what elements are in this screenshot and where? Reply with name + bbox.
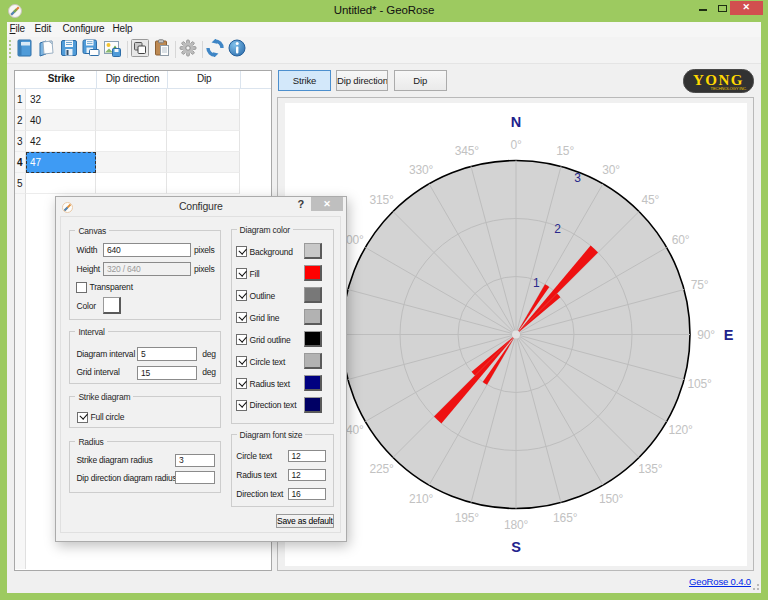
cb-fullcircle[interactable] [77, 412, 88, 423]
svg-text:90°: 90° [697, 328, 715, 342]
svg-text:15°: 15° [556, 144, 574, 158]
svg-text:60°: 60° [672, 233, 690, 247]
menu-configure[interactable]: Configure [63, 23, 105, 34]
svg-text:N: N [511, 114, 521, 130]
tb-export[interactable] [103, 39, 121, 57]
tb-saveas[interactable] [82, 39, 100, 57]
svg-text:135°: 135° [638, 462, 663, 476]
inp-fs-direction[interactable]: 16 [288, 488, 327, 500]
sw-outline[interactable] [304, 287, 322, 303]
tb-info[interactable] [228, 39, 246, 57]
svg-text:180°: 180° [504, 518, 529, 532]
statusbar: GeoRose 0.4.0 [7, 571, 761, 593]
svg-text:330°: 330° [409, 163, 434, 177]
svg-text:2: 2 [554, 222, 561, 236]
tb-settings[interactable] [179, 39, 197, 57]
svg-text:30°: 30° [602, 163, 620, 177]
svg-text:TECHNOLOGY INC.: TECHNOLOGY INC. [710, 86, 747, 91]
sw-background[interactable] [304, 243, 322, 259]
svg-text:0°: 0° [510, 138, 522, 152]
svg-text:E: E [724, 327, 734, 343]
btn-close[interactable]: ✕ [730, 1, 763, 15]
cb-fill[interactable] [236, 268, 247, 279]
cb-direction-text[interactable] [236, 400, 247, 411]
tb-save[interactable] [60, 39, 78, 57]
sw-canvas-color[interactable] [103, 297, 121, 314]
inp-width[interactable]: 640 [103, 243, 191, 257]
grp-radius: Radius [69, 441, 221, 493]
inp-diag-interval[interactable]: 5 [137, 347, 197, 361]
inp-fs-circle[interactable]: 12 [288, 450, 327, 462]
menubar: File Edit Configure Help [7, 22, 761, 37]
tab-dipdir[interactable]: Dip direction [336, 70, 388, 91]
inp-height[interactable]: 320 / 640 [103, 262, 191, 276]
tb-new[interactable] [16, 39, 34, 57]
menu-file[interactable]: File [10, 23, 26, 34]
svg-text:165°: 165° [553, 511, 578, 525]
georose-window: Untitled* - GeoRose ✕ File Edit Configur… [0, 0, 768, 600]
table-header: Strike Dip direction Dip [15, 71, 271, 88]
svg-text:1: 1 [533, 276, 540, 290]
toolbar [7, 37, 761, 64]
configure-dialog: Configure ? ✕ Canvas Width 640 pixels He… [55, 196, 347, 542]
sw-grid-outline[interactable] [304, 331, 322, 347]
svg-text:45°: 45° [642, 193, 660, 207]
dlg-close[interactable]: ✕ [311, 197, 343, 212]
btn-save-default[interactable]: Save as default [276, 514, 334, 528]
menu-edit[interactable]: Edit [35, 23, 52, 34]
svg-text:S: S [511, 539, 521, 555]
tab-dip[interactable]: Dip [394, 70, 447, 91]
svg-text:345°: 345° [455, 144, 480, 158]
svg-text:150°: 150° [599, 492, 624, 506]
svg-text:120°: 120° [668, 423, 693, 437]
inp-grid-interval[interactable]: 15 [137, 366, 197, 380]
inp-dipdir-radius[interactable] [175, 471, 215, 484]
inp-fs-radius[interactable]: 12 [288, 469, 327, 481]
tb-copy[interactable] [131, 39, 149, 57]
cb-radius-text[interactable] [236, 378, 247, 389]
tb-paste[interactable] [153, 39, 171, 57]
rose-canvas: 0°15°30°45°60°75°90°105°120°135°150°165°… [285, 103, 747, 566]
yong-logo: YONG TECHNOLOGY INC. [683, 69, 754, 93]
svg-text:195°: 195° [455, 511, 480, 525]
tb-refresh[interactable] [206, 39, 224, 57]
sw-fill[interactable] [304, 265, 322, 281]
cb-grid-line[interactable] [236, 312, 247, 323]
sw-radius-text[interactable] [304, 375, 322, 391]
inp-strike-radius[interactable]: 3 [175, 454, 215, 467]
svg-text:105°: 105° [687, 377, 712, 391]
cb-outline[interactable] [236, 290, 247, 301]
status-link[interactable]: GeoRose 0.4.0 [689, 576, 751, 587]
sw-direction-text[interactable] [304, 397, 322, 413]
btn-min[interactable] [690, 0, 716, 20]
svg-text:225°: 225° [369, 462, 394, 476]
sw-circle-text[interactable] [304, 353, 322, 369]
svg-text:315°: 315° [369, 193, 394, 207]
svg-text:3: 3 [574, 171, 581, 185]
cb-circle-text[interactable] [236, 356, 247, 367]
tab-strike[interactable]: Strike [278, 70, 331, 91]
tb-open[interactable] [38, 39, 56, 57]
dlg-help[interactable]: ? [298, 198, 305, 210]
cb-grid-outline[interactable] [236, 334, 247, 345]
titlebar: Untitled* - GeoRose ✕ [0, 0, 768, 22]
svg-text:210°: 210° [409, 492, 434, 506]
menu-help[interactable]: Help [113, 23, 133, 34]
cb-transparent[interactable] [76, 282, 87, 293]
selected-cell: 47 [26, 152, 97, 173]
svg-text:75°: 75° [691, 278, 709, 292]
cb-background[interactable] [236, 246, 247, 257]
sw-grid-line[interactable] [304, 309, 322, 325]
